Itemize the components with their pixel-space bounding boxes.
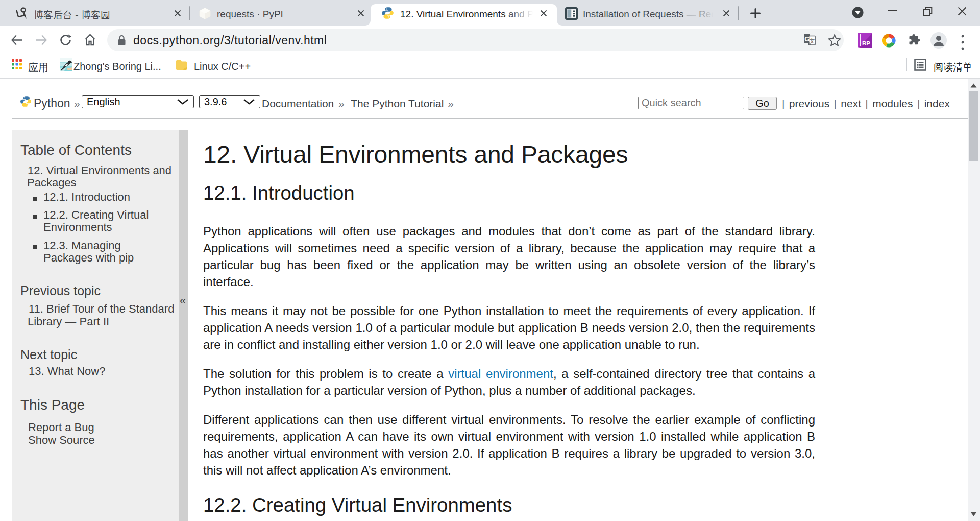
svg-text:文: 文 (810, 38, 815, 44)
svg-text:RP: RP (862, 40, 870, 46)
